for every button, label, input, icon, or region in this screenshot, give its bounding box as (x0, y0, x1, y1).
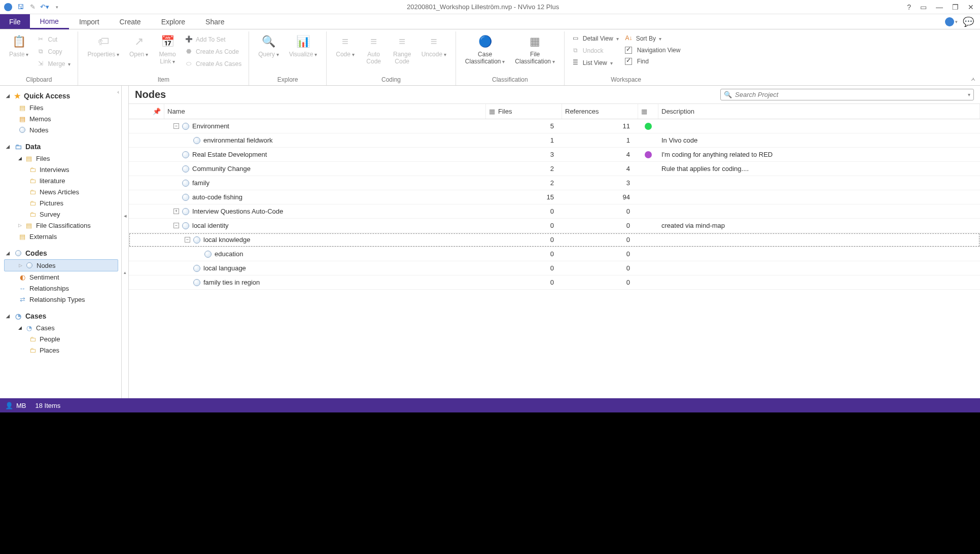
range-code-button[interactable]: ≡Range Code (389, 32, 415, 66)
create-cases-icon: ⬭ (185, 60, 193, 68)
col-refs[interactable]: References (562, 104, 638, 119)
nav-view-checkbox[interactable] (625, 47, 632, 54)
uncode-button[interactable]: ≡Uncode (417, 32, 450, 59)
customize-qa-icon[interactable]: ▾ (53, 3, 61, 11)
query-button[interactable]: 🔍Query (254, 32, 283, 59)
collapse-ribbon-icon[interactable]: ㅅ (970, 76, 976, 83)
maximize-icon[interactable]: ❐ (952, 3, 959, 11)
col-color[interactable]: ▦ (638, 104, 658, 119)
code-button[interactable]: ≡Code (332, 32, 358, 59)
tab-home[interactable]: Home (30, 14, 69, 29)
grid-row[interactable]: education00 (129, 247, 980, 261)
splitter[interactable]: ◂ ▴ (122, 86, 129, 398)
nav-item-nodes[interactable]: ▷Nodes (4, 259, 118, 271)
status-user[interactable]: 👤MB (5, 402, 26, 409)
nav-item-rel-types[interactable]: ⇄Relationship Types (4, 294, 121, 305)
nav-item-nodes-qa[interactable]: Nodes (4, 124, 121, 135)
nav-item-cases[interactable]: ◢◔Cases (4, 322, 121, 333)
col-pin[interactable]: 📌 (129, 104, 164, 119)
ribbon-display-icon[interactable]: ▭ (920, 3, 927, 11)
expander-icon[interactable]: + (173, 209, 179, 214)
nav-head-codes[interactable]: ◢Codes (4, 247, 121, 259)
tab-file[interactable]: File (0, 14, 30, 29)
expander-icon[interactable]: − (173, 123, 179, 129)
nav-head-cases[interactable]: ◢◔Cases (4, 310, 121, 322)
create-as-cases-button[interactable]: ⬭Create As Cases (183, 59, 243, 69)
grid-row[interactable]: −local identity00created via mind-map (129, 219, 980, 233)
col-name[interactable]: Name (164, 104, 486, 119)
add-to-set-button[interactable]: ➕Add To Set (183, 34, 243, 45)
scroll-up-icon[interactable]: ▴ (124, 270, 126, 275)
find-toggle[interactable]: Find (623, 57, 683, 66)
auto-code-button[interactable]: ≡Auto Code (361, 32, 387, 66)
search-box[interactable]: 🔍 ▾ (720, 89, 974, 100)
nav-item-files[interactable]: ▤Files (4, 102, 121, 113)
undo-icon[interactable]: ↶▾ (41, 3, 49, 11)
grid-row[interactable]: family ties in region00 (129, 275, 980, 290)
copy-button[interactable]: ⧉Copy (34, 47, 73, 57)
list-view-button[interactable]: ☰List View (570, 58, 621, 68)
expander-icon[interactable]: − (173, 223, 179, 228)
search-input[interactable] (735, 91, 968, 98)
nav-head-data[interactable]: ◢🗀Data (4, 141, 121, 153)
nav-item-sentiment[interactable]: ◐Sentiment (4, 271, 121, 283)
nav-item-survey[interactable]: 🗀Survey (4, 209, 121, 220)
nav-item-places[interactable]: 🗀Places (4, 344, 121, 356)
expander-icon[interactable]: − (185, 237, 190, 243)
tab-explore[interactable]: Explore (151, 14, 195, 29)
find-checkbox[interactable] (625, 58, 632, 65)
sort-by-button[interactable]: A↓Sort By (623, 33, 683, 44)
close-icon[interactable]: ✕ (968, 3, 974, 11)
nav-item-externals[interactable]: ▤Externals (4, 231, 121, 242)
cut-button[interactable]: ✂Cut (34, 34, 73, 45)
grid-row[interactable]: Real Estate Development34I'm coding for … (129, 148, 980, 162)
edit-icon[interactable]: ✎ (28, 3, 37, 11)
splitter-left-icon[interactable]: ◂ (124, 213, 127, 219)
open-button[interactable]: ↗Open (125, 32, 152, 59)
nav-item-people[interactable]: 🗀People (4, 333, 121, 344)
create-as-code-button[interactable]: ⬣Create As Code (183, 47, 243, 57)
tab-create[interactable]: Create (110, 14, 151, 29)
navigation-view-toggle[interactable]: Navigation View (623, 46, 683, 55)
grid-row[interactable]: −local knowledge00 (129, 233, 980, 247)
nav-section-data: ◢🗀Data ◢▤Files 🗀Interviews 🗀literature 🗀… (4, 141, 121, 242)
nav-head-quick-access[interactable]: ◢★Quick Access (4, 90, 121, 102)
visualize-button[interactable]: 📊Visualize (285, 32, 322, 59)
merge-button[interactable]: ⇲Merge (34, 59, 73, 69)
grid-row[interactable]: Community Change24Rule that applies for … (129, 162, 980, 176)
minimize-icon[interactable]: — (936, 3, 943, 11)
memo-link-button[interactable]: 📅Memo Link (154, 32, 181, 66)
file-classification-button[interactable]: ▦File Classification (511, 32, 558, 66)
nav-item-file-classifications[interactable]: ▷▤File Classifications (4, 220, 121, 231)
grid-row[interactable]: environmental fieldwork11In Vivo code (129, 133, 980, 148)
case-classification-button[interactable]: 🔵Case Classification (461, 32, 509, 66)
properties-button[interactable]: 🏷Properties (83, 32, 123, 59)
detail-view-button[interactable]: ▭Detail View (570, 33, 621, 44)
nav-item-memos[interactable]: ▤Memos (4, 113, 121, 124)
nav-item-pictures[interactable]: 🗀Pictures (4, 197, 121, 209)
grid-row[interactable]: −Environment511 (129, 119, 980, 133)
search-dropdown-icon[interactable]: ▾ (968, 92, 970, 97)
paste-button[interactable]: 📋 Paste (5, 32, 32, 59)
grid-row[interactable]: family23 (129, 176, 980, 190)
nav-item-data-files[interactable]: ◢▤Files (4, 153, 121, 164)
nav-item-literature[interactable]: 🗀literature (4, 175, 121, 186)
tab-share[interactable]: Share (195, 14, 234, 29)
help-icon[interactable]: ? (907, 3, 911, 11)
nav-item-interviews[interactable]: 🗀Interviews (4, 164, 121, 175)
feedback-icon[interactable]: 💬 (963, 16, 974, 27)
col-files[interactable]: ▦Files (486, 104, 562, 119)
undock-button[interactable]: ⧉Undock (570, 46, 621, 56)
nav-item-news[interactable]: 🗀News Articles (4, 186, 121, 197)
grid-row[interactable]: local language00 (129, 261, 980, 275)
grid-row[interactable]: auto-code fishing1594 (129, 190, 980, 204)
globe-dropdown-icon[interactable]: ▾ (945, 17, 958, 26)
nav-item-relationships[interactable]: ↔Relationships (4, 283, 121, 294)
nav-section-quick-access: ◢★Quick Access ▤Files ▤Memos Nodes (4, 90, 121, 135)
save-icon[interactable]: 🖫 (16, 3, 24, 11)
file-class-icon: ▦ (527, 33, 543, 50)
tab-import[interactable]: Import (69, 14, 110, 29)
col-desc[interactable]: Description (658, 104, 980, 119)
collapse-nav-icon[interactable]: ‹ (117, 89, 119, 95)
grid-row[interactable]: +Interview Questions Auto-Code00 (129, 204, 980, 219)
